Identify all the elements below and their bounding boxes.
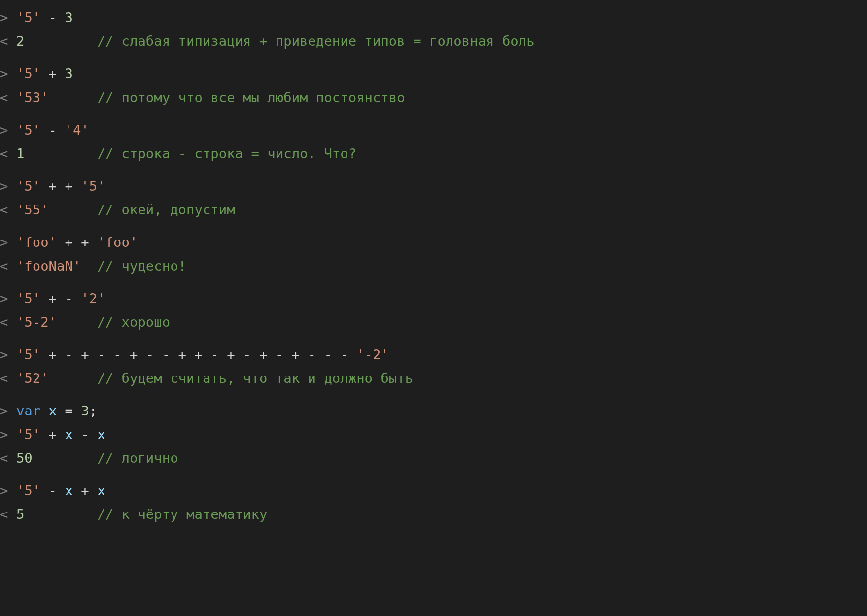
console-input-line: > '5' + - '2' — [0, 287, 867, 310]
operator — [24, 146, 97, 161]
keyword: var — [16, 403, 40, 418]
console-output-line: < 1 // строка - строка = число. Что? — [0, 142, 867, 166]
comment: // будем считать, что так и должно быть — [97, 371, 413, 386]
console-block: > '5' + - + - - + - - + + - + - + - + - … — [0, 343, 867, 390]
operator: + — [73, 483, 97, 498]
number-literal: 2 — [16, 34, 24, 49]
operator — [57, 314, 97, 330]
number-literal: 3 — [65, 10, 73, 25]
operator — [8, 235, 16, 250]
string-literal: 'foo' — [16, 235, 57, 250]
string-literal: '5' — [16, 291, 40, 306]
prompt-output-icon: < — [0, 371, 8, 386]
operator — [24, 34, 97, 49]
operator — [8, 34, 16, 49]
operator — [8, 291, 16, 306]
operator — [8, 202, 16, 217]
string-literal: '5' — [16, 122, 40, 137]
console-input-line: > '5' + x - x — [0, 423, 867, 446]
identifier: x — [97, 483, 105, 498]
console-output-line: < 5 // к чёрту математику — [0, 503, 867, 526]
console-block: > '5' - 3< 2 // слабая типизация + приве… — [0, 6, 867, 53]
comment: // окей, допустим — [97, 202, 235, 217]
operator: - — [40, 483, 65, 498]
operator: + - + - - + - - + + - + - + - + - - - — [40, 347, 356, 362]
operator — [81, 258, 97, 274]
comment: // строка - строка = число. Что? — [97, 146, 356, 161]
prompt-output-icon: < — [0, 507, 8, 522]
operator: + + — [40, 178, 81, 194]
console-output-line: < 'fooNaN' // чудесно! — [0, 254, 867, 278]
comment: // хорошо — [97, 314, 170, 330]
console-block: > '5' + 3< '53' // потому что все мы люб… — [0, 62, 867, 109]
console-input-line: > var x = 3; — [0, 399, 867, 423]
identifier: x — [49, 403, 57, 418]
string-literal: 'foo' — [97, 235, 138, 250]
identifier: x — [65, 483, 73, 498]
prompt-output-icon: < — [0, 90, 8, 105]
prompt-input-icon: > — [0, 66, 8, 81]
number-literal: 1 — [16, 146, 24, 161]
string-literal: '5' — [16, 10, 40, 25]
string-literal: '5' — [81, 178, 105, 194]
operator — [8, 146, 16, 161]
operator — [8, 427, 16, 442]
console-block: > var x = 3;> '5' + x - x< 50 // логично — [0, 399, 867, 470]
operator: - — [40, 122, 65, 137]
prompt-output-icon: < — [0, 146, 8, 161]
operator — [8, 178, 16, 194]
console-output-line: < '52' // будем считать, что так и должн… — [0, 367, 867, 390]
prompt-input-icon: > — [0, 178, 8, 194]
operator — [8, 258, 16, 274]
string-literal: '5' — [16, 483, 40, 498]
console-input-line: > '5' + 3 — [0, 62, 867, 86]
console-block: > '5' + + '5'< '55' // окей, допустим — [0, 174, 867, 222]
comment: // логично — [97, 450, 178, 466]
console-output-line: < 2 // слабая типизация + приведение тип… — [0, 30, 867, 53]
operator — [8, 403, 16, 418]
string-literal: '52' — [16, 371, 49, 386]
console-input-line: > '5' - x + x — [0, 479, 867, 503]
string-literal: '5' — [16, 427, 40, 442]
console-output-line: < 50 // логично — [0, 446, 867, 470]
console-output-line: < '5-2' // хорошо — [0, 310, 867, 334]
number-literal: 3 — [81, 403, 89, 418]
operator: - — [73, 427, 97, 442]
console-input-line: > '5' + - + - - + - - + + - + - + - + - … — [0, 343, 867, 367]
comment: // слабая типизация + приведение типов =… — [97, 34, 534, 49]
console-input-line: > '5' - 3 — [0, 6, 867, 30]
number-literal: 5 — [16, 507, 24, 522]
operator — [8, 371, 16, 386]
console-block: > '5' - x + x< 5 // к чёрту математику — [0, 479, 867, 526]
operator — [8, 314, 16, 330]
operator — [8, 347, 16, 362]
comment: // потому что все мы любим постоянство — [97, 90, 405, 105]
console-input-line: > '5' - '4' — [0, 118, 867, 142]
operator: + — [40, 427, 65, 442]
console-block: > '5' + - '2'< '5-2' // хорошо — [0, 287, 867, 334]
operator — [49, 371, 98, 386]
operator — [8, 66, 16, 81]
prompt-input-icon: > — [0, 403, 8, 418]
string-literal: '5' — [16, 66, 40, 81]
operator — [24, 507, 97, 522]
prompt-input-icon: > — [0, 427, 8, 442]
console-block: > '5' - '4'< 1 // строка - строка = числ… — [0, 118, 867, 166]
operator: + + — [57, 235, 97, 250]
prompt-input-icon: > — [0, 10, 8, 25]
operator: - — [40, 10, 65, 25]
operator: + - — [40, 291, 81, 306]
prompt-output-icon: < — [0, 202, 8, 217]
code-console: > '5' - 3< 2 // слабая типизация + приве… — [0, 0, 867, 526]
string-literal: '5' — [16, 178, 40, 194]
prompt-input-icon: > — [0, 291, 8, 306]
prompt-input-icon: > — [0, 235, 8, 250]
operator — [8, 10, 16, 25]
prompt-input-icon: > — [0, 483, 8, 498]
string-literal: '53' — [16, 90, 49, 105]
prompt-input-icon: > — [0, 122, 8, 137]
operator: ; — [89, 403, 97, 418]
string-literal: '2' — [81, 291, 105, 306]
operator — [33, 450, 97, 466]
string-literal: 'fooNaN' — [16, 258, 81, 274]
